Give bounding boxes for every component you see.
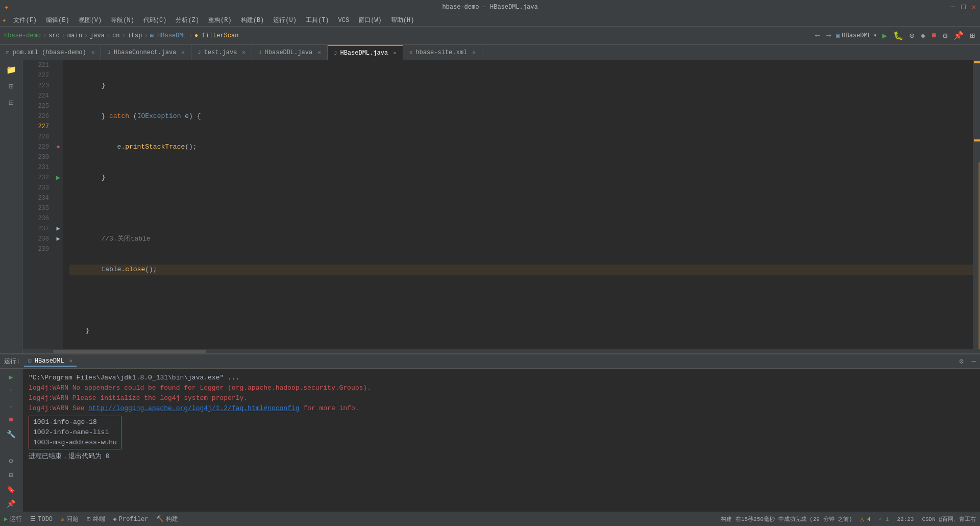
- panel-tab-close[interactable]: ✕: [69, 357, 72, 364]
- breadcrumb-item-src[interactable]: src: [48, 32, 60, 39]
- status-errors: ✓ 1: [879, 516, 889, 522]
- minimize-button[interactable]: ─: [951, 3, 955, 11]
- panel-run-label: 运行:: [4, 357, 20, 366]
- left-sidebar: 📁 ⊞ ⊡: [0, 60, 22, 353]
- breadcrumb-item-itsp[interactable]: itsp: [128, 32, 142, 39]
- tab-close-hbaseconnect[interactable]: ✕: [181, 49, 185, 56]
- run-config-dropdown[interactable]: ▾: [873, 32, 877, 39]
- breadcrumb-item-class[interactable]: ⊞ HBaseDML: [150, 32, 187, 39]
- tab-hbase-site[interactable]: x hbase-site.xml ✕: [403, 45, 482, 60]
- horizontal-scrollbar[interactable]: [22, 349, 980, 353]
- tab-hbaseddl[interactable]: J HbaseDDL.java ✕: [252, 45, 328, 60]
- tab-icon-pom: m: [6, 50, 10, 56]
- bookmark-icon[interactable]: 🔖: [4, 483, 18, 495]
- tab-label-test: test.java: [204, 49, 237, 56]
- bottom-left-bar: ▶ ↑ ↓ ■ 🔧 ⚙ ⊞ 🔖 📌: [0, 369, 22, 512]
- sidebar-project-icon[interactable]: 📁: [2, 62, 20, 78]
- toolbar-profiler[interactable]: ◈ Profiler: [113, 515, 149, 523]
- layout-icon[interactable]: ⊞: [4, 469, 18, 481]
- menu-bar: ✦ 文件(F) 编辑(E) 视图(V) 导航(N) 代码(C) 分析(Z) 重构…: [0, 14, 980, 27]
- toolbar-problems[interactable]: ⚠ 问题: [61, 515, 79, 523]
- code-content[interactable]: } } catch (IOException e) { e.printStack…: [63, 60, 973, 349]
- tab-close-pom[interactable]: ✕: [91, 49, 95, 56]
- tab-icon-hbasedml: J: [334, 50, 337, 56]
- tab-icon-test: J: [198, 50, 201, 56]
- settings2-icon[interactable]: ⚙: [4, 455, 18, 467]
- tab-close-hbasedml[interactable]: ✕: [393, 50, 397, 56]
- coverage-button[interactable]: ⊙: [909, 31, 916, 41]
- panel-tab-hbasedml[interactable]: ⊡ HBaseDML ✕: [24, 356, 77, 367]
- pin2-icon[interactable]: 📌: [4, 497, 18, 510]
- profile-button[interactable]: ◈: [919, 31, 926, 41]
- maximize-button[interactable]: □: [961, 3, 965, 11]
- menu-file[interactable]: 文件(F): [9, 15, 41, 26]
- breadcrumb-item-main[interactable]: main: [67, 32, 82, 39]
- console-output-1: 1001-info-age-18: [33, 417, 117, 427]
- breadcrumb-item-hbase-demo[interactable]: hbase-demo: [4, 32, 41, 39]
- scroll-up-icon[interactable]: ↑: [4, 385, 18, 397]
- console-output-2: 1002-info-name-lisi: [33, 427, 117, 438]
- tab-close-hbaseddl[interactable]: ✕: [317, 49, 321, 56]
- menu-vcs[interactable]: VCS: [334, 16, 354, 25]
- breadcrumb-item-java[interactable]: java: [90, 32, 105, 39]
- debug-button[interactable]: 🐛: [892, 31, 904, 41]
- close-button[interactable]: ✕: [972, 3, 976, 11]
- menu-help[interactable]: 帮助(H): [387, 15, 419, 26]
- run-toolbar-label: 运行: [10, 515, 22, 523]
- toolbar-run[interactable]: ▶ 运行: [4, 515, 22, 523]
- forward-button[interactable]: →: [825, 31, 832, 40]
- menu-build[interactable]: 构建(B): [237, 15, 268, 26]
- tab-pom-xml[interactable]: m pom.xml (hbase-demo) ✕: [0, 45, 101, 60]
- menu-code[interactable]: 代码(C): [139, 15, 171, 26]
- warning-marker: [974, 61, 980, 63]
- menu-analyze[interactable]: 分析(Z): [172, 15, 203, 26]
- run-config: ▣ HBaseDML ▾: [836, 32, 877, 39]
- back-button[interactable]: ←: [814, 31, 821, 40]
- scroll-down-icon[interactable]: ↓: [4, 399, 18, 412]
- toolbar-todo[interactable]: ☰ TODO: [30, 515, 53, 523]
- line-numbers: 221 222 223 224 225 226 227 228 229 230 …: [22, 60, 53, 349]
- menu-run[interactable]: 运行(U): [269, 15, 301, 26]
- toolbar-terminal[interactable]: ⊡ 终端: [87, 515, 105, 523]
- tab-test[interactable]: J test.java ✕: [191, 45, 252, 60]
- stop-button[interactable]: ■: [930, 31, 938, 40]
- wrench-icon[interactable]: 🔧: [4, 428, 18, 440]
- console-output[interactable]: "C:\Program Files\Java\jdk1.8.0_131\bin\…: [22, 369, 980, 512]
- toolbar-build[interactable]: 🔨 构建: [156, 515, 178, 523]
- tab-close-hbase-site[interactable]: ✕: [472, 49, 476, 56]
- console-line-1: "C:\Program Files\Java\jdk1.8.0_131\bin\…: [29, 373, 974, 383]
- run-icon[interactable]: ▶: [4, 371, 18, 383]
- sidebar-nav-icon[interactable]: ⊡: [2, 95, 20, 110]
- menu-refactor[interactable]: 重构(R): [204, 15, 236, 26]
- pin-button[interactable]: 📌: [952, 31, 965, 41]
- main-area: 📁 ⊞ ⊡ 221 222 223 224 225 226 227 228 22…: [0, 60, 980, 353]
- panel-settings-icon[interactable]: ⚙: [959, 357, 963, 366]
- settings-button[interactable]: ⚙: [942, 31, 949, 41]
- title-bar: ✦ hbase-demo – HBaseDML.java ─ □ ✕: [0, 0, 980, 14]
- status-time: 22:23: [897, 516, 914, 522]
- menu-edit[interactable]: 编辑(E): [42, 15, 74, 26]
- breadcrumb-item-cn[interactable]: cn: [112, 32, 119, 39]
- tab-hbasedml[interactable]: J HBaseDML.java ✕: [328, 45, 403, 60]
- menu-view[interactable]: 视图(V): [75, 15, 106, 26]
- expand-button[interactable]: ⊞: [969, 31, 976, 41]
- run-config-icon: ▣: [836, 32, 840, 39]
- menu-tools[interactable]: 工具(T): [302, 15, 333, 26]
- breadcrumb-item-method[interactable]: ● filterScan: [194, 32, 238, 39]
- log4j-link[interactable]: http://logging.apache.org/log4j/1.2/faq.…: [88, 404, 299, 412]
- menu-navigate[interactable]: 导航(N): [107, 15, 138, 26]
- stop-icon[interactable]: ■: [4, 414, 18, 426]
- panel-minimize-icon[interactable]: ─: [972, 357, 976, 366]
- bottom-panel: 运行: ⊡ HBaseDML ✕ ⚙ ─ ▶ ↑ ↓ ■ 🔧 ⚙ ⊞ 🔖 📌 "…: [0, 353, 980, 512]
- console-line-done: 进程已结束，退出代码为 0: [29, 451, 974, 462]
- console-line-2: log4j:WARN No appenders could be found f…: [29, 383, 974, 393]
- toolbar-actions: ← → ▣ HBaseDML ▾ ▶ 🐛 ⊙ ◈ ■ ⚙ 📌 ⊞: [814, 31, 976, 41]
- gutter: ● ▶ ▶ ▶: [53, 60, 63, 349]
- sidebar-structure-icon[interactable]: ⊞: [2, 79, 20, 94]
- tab-hbaseconnect[interactable]: J HbaseConnect.java ✕: [101, 45, 191, 60]
- menu-window[interactable]: 窗口(W): [354, 15, 386, 26]
- tab-close-test[interactable]: ✕: [242, 49, 246, 56]
- run-button[interactable]: ▶: [881, 31, 888, 41]
- tab-bar: m pom.xml (hbase-demo) ✕ J HbaseConnect.…: [0, 45, 980, 60]
- tab-label-pom: pom.xml (hbase-demo): [13, 49, 86, 56]
